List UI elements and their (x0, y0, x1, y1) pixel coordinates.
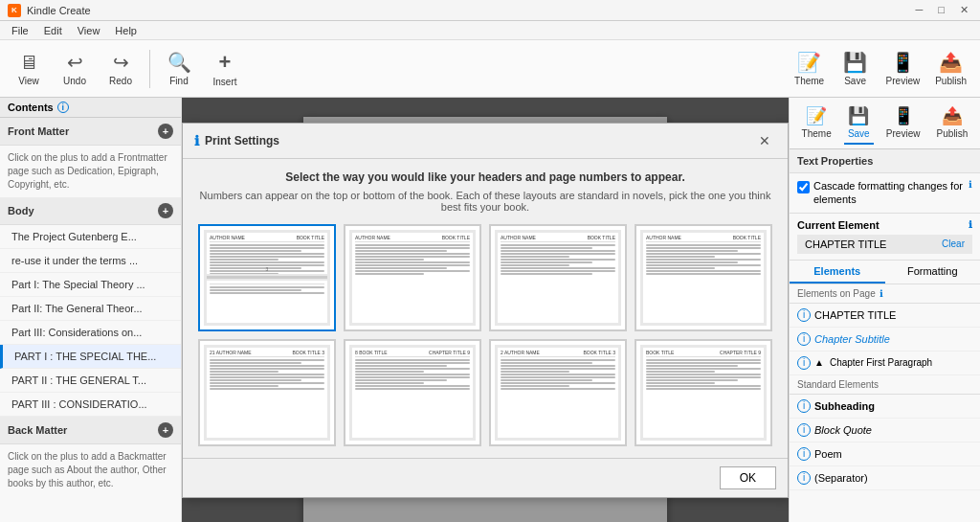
element-info-icon-2[interactable]: i (797, 332, 811, 346)
mini-line (355, 388, 470, 390)
save-icon: 💾 (843, 51, 867, 74)
close-button[interactable]: ✕ (956, 3, 972, 17)
minimize-button[interactable]: ─ (912, 3, 927, 17)
body-item-2[interactable]: Part I: The Special Theory ... (0, 273, 181, 297)
mini-line (355, 259, 424, 261)
mini-line (646, 264, 761, 266)
publish-panel-button[interactable]: 📤 Publish (933, 102, 972, 145)
contents-header: Contents i (0, 98, 181, 118)
back-matter-header: Back Matter + (0, 417, 181, 444)
block-quote-info-icon[interactable]: i (797, 423, 811, 437)
mini-lines-5 (210, 359, 324, 390)
mini-line (355, 365, 447, 367)
modal-description: Select the way you would like your heade… (198, 170, 772, 184)
layout-card-4[interactable]: AUTHOR NAMEBOOK TITLE (635, 224, 772, 331)
mini-line (210, 253, 324, 255)
save-button[interactable]: 💾 Save (835, 44, 877, 94)
element-item-chapter-first-paragraph[interactable]: i ▲ Chapter First Paragraph (790, 352, 980, 375)
menu-edit[interactable]: Edit (36, 23, 70, 38)
back-matter-add-button[interactable]: + (158, 422, 173, 438)
body-item-6[interactable]: PART II : THE GENERAL T... (0, 369, 181, 393)
layout-card-5[interactable]: 21 AUTHOR NAMEBOOK TITLE 3 (198, 339, 336, 446)
subheading-label: Subheading (814, 400, 875, 412)
theme-panel-button[interactable]: 📝 Theme (798, 102, 835, 145)
menu-file[interactable]: File (4, 23, 36, 38)
mini-line (210, 376, 324, 378)
layout-card-5-inner: 21 AUTHOR NAMEBOOK TITLE 3 (204, 345, 330, 441)
mini-line (355, 250, 447, 252)
body-item-4[interactable]: Part III: Considerations on... (0, 321, 181, 345)
mini-line (501, 270, 615, 272)
mini-line (210, 247, 324, 249)
body-item-7[interactable]: PART III : CONSIDERATIO... (0, 393, 181, 417)
modal-close-button[interactable]: ✕ (753, 131, 776, 150)
layout-card-4-inner: AUTHOR NAMEBOOK TITLE (640, 230, 767, 326)
poem-info-icon[interactable]: i (797, 447, 811, 461)
mini-line (646, 371, 715, 373)
tab-elements[interactable]: Elements (790, 261, 885, 284)
redo-label: Redo (109, 76, 132, 86)
mini-line (501, 261, 592, 263)
block-quote-label: Block Quote (814, 424, 872, 436)
separator-info-icon[interactable]: i (797, 471, 811, 485)
body-add-button[interactable]: + (158, 203, 173, 218)
insert-icon: + (219, 50, 232, 75)
clear-button[interactable]: Clear (942, 238, 965, 249)
preview-button[interactable]: 📱 Preview (880, 44, 926, 94)
body-item-1[interactable]: re-use it under the terms ... (0, 249, 181, 273)
layout-card-1[interactable]: AUTHOR NAMEBOOK TITLE (198, 224, 336, 331)
save-panel-button[interactable]: 💾 Save (844, 102, 874, 145)
maximize-button[interactable]: □ (934, 3, 948, 17)
current-element-header: Current Element ℹ (797, 219, 972, 231)
theme-button[interactable]: 📝 Theme (789, 44, 831, 94)
body-item-0[interactable]: The Project Gutenberg E... (0, 225, 181, 249)
layout-card-6[interactable]: 8 BOOK TITLECHAPTER TITLE 9 (344, 339, 481, 446)
element-info-icon-1[interactable]: i (797, 308, 811, 322)
body-item-5[interactable]: PART I : THE SPECIAL THE... (0, 345, 181, 369)
menu-help[interactable]: Help (107, 23, 145, 38)
layout-card-3[interactable]: AUTHOR NAMEBOOK TITLE (489, 224, 627, 331)
contents-label: Contents (8, 102, 54, 113)
contents-info-icon[interactable]: i (57, 102, 69, 113)
preview-panel-button[interactable]: 📱 Preview (882, 102, 924, 145)
mini-line (355, 385, 470, 387)
layout-card-7[interactable]: 2 AUTHOR NAMEBOOK TITLE 3 (489, 339, 627, 446)
element-item-chapter-subtitle[interactable]: i Chapter Subtitle (790, 328, 980, 352)
current-element-info-icon[interactable]: ℹ (969, 219, 972, 230)
publish-button[interactable]: 📤 Publish (929, 44, 972, 94)
element-item-chapter-title[interactable]: i CHAPTER TITLE (790, 304, 980, 328)
main-layout: Contents i Front Matter + Click on the p… (0, 98, 980, 522)
element-info-icon-3[interactable]: i (797, 356, 811, 370)
redo-button[interactable]: ↪ Redo (100, 44, 142, 94)
mini-page-5: 21 AUTHOR NAMEBOOK TITLE 3 (207, 348, 327, 438)
standard-element-subheading[interactable]: i Subheading (790, 395, 980, 419)
mini-header-6: 8 BOOK TITLECHAPTER TITLE 9 (355, 350, 470, 357)
tab-formatting[interactable]: Formatting (885, 261, 981, 284)
mini-line (355, 256, 470, 258)
body-item-3[interactable]: Part II: The General Theor... (0, 297, 181, 321)
front-matter-add-button[interactable]: + (158, 124, 173, 139)
elements-on-page-info-icon[interactable]: ℹ (880, 288, 883, 299)
standard-element-separator[interactable]: i (Separator) (790, 466, 980, 490)
find-button[interactable]: 🔍 Find (158, 44, 200, 94)
standard-element-block-quote[interactable]: i Block Quote (790, 419, 980, 443)
app-title: Kindle Create (27, 5, 91, 16)
menu-view[interactable]: View (70, 23, 108, 38)
mini-line (210, 267, 301, 269)
text-properties-label: Text Properties (790, 149, 980, 173)
undo-button[interactable]: ↩ Undo (54, 44, 96, 94)
standard-element-poem[interactable]: i Poem (790, 443, 980, 466)
subheading-info-icon[interactable]: i (797, 399, 811, 413)
preview-label: Preview (886, 76, 921, 86)
layout-card-8[interactable]: BOOK TITLECHAPTER TITLE 9 (635, 339, 772, 446)
mini-line (210, 362, 301, 364)
ok-button[interactable]: OK (720, 466, 776, 489)
cascade-info-icon[interactable]: ℹ (969, 179, 972, 190)
insert-button[interactable]: + Insert (204, 44, 246, 94)
view-button[interactable]: 🖥 View (8, 44, 50, 94)
mini-line (210, 259, 278, 261)
mini-line (501, 365, 615, 367)
cascade-checkbox[interactable] (797, 181, 810, 193)
preview-icon: 📱 (891, 51, 915, 74)
layout-card-2[interactable]: AUTHOR NAMEBOOK TITLE (344, 224, 481, 331)
